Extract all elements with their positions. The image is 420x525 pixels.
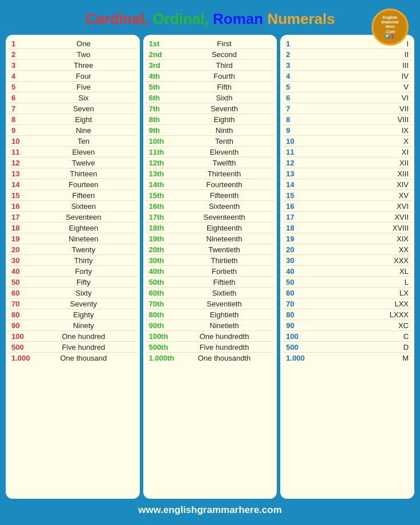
main-content: 1One2Two3Three4Four5Five6Six7Seven8Eight…: [6, 35, 414, 499]
cardinal-number: 19: [11, 235, 33, 243]
title-bar: Cardinal, Ordinal, Roman Numerals Englis…: [6, 6, 414, 35]
roman-numeral: XXX: [383, 256, 409, 265]
cardinal-number: 2: [11, 50, 33, 59]
ordinal-number: 18th: [149, 224, 177, 232]
cardinal-word: Eight: [33, 115, 134, 124]
table-row: 100C: [282, 331, 412, 342]
cardinal-word: Forty: [33, 267, 134, 276]
roman-numeral: VII: [383, 104, 409, 113]
table-row: 30XXX: [282, 255, 412, 266]
cardinal-number: 30: [11, 256, 33, 265]
table-row: 12XII: [282, 158, 412, 168]
roman-number: 60: [286, 289, 308, 297]
ordinal-number: 14th: [149, 180, 177, 189]
ordinal-word: Fifteenth: [177, 191, 272, 200]
ordinal-word: Fourteenth: [177, 180, 272, 189]
roman-number: 13: [286, 169, 308, 178]
table-row: 14thFourteenth: [146, 179, 275, 190]
roman-numeral: IV: [383, 72, 409, 80]
table-row: 11thEleventh: [146, 147, 275, 158]
table-row: 30thThirtieth: [146, 255, 275, 266]
cardinal-number: 18: [11, 224, 33, 232]
ordinal-number: 4th: [149, 72, 177, 80]
roman-numeral: XVIII: [383, 224, 409, 232]
table-row: 2ndSecond: [146, 49, 275, 60]
table-row: 18XVIII: [282, 223, 412, 233]
table-row: 500D: [282, 342, 412, 353]
ordinal-word: First: [177, 39, 272, 48]
cardinal-word: Sixty: [33, 289, 134, 297]
cardinal-word: Seventeen: [33, 213, 134, 221]
ordinal-word: Sixteenth: [177, 202, 272, 211]
roman-numeral: XI: [383, 148, 409, 156]
roman-numeral: C: [383, 332, 409, 341]
table-row: 10X: [282, 136, 412, 147]
roman-number: 500: [286, 343, 308, 352]
table-row: 3Three: [8, 60, 138, 71]
ordinal-number: 40th: [149, 267, 177, 276]
cardinal-number: 1: [11, 39, 33, 48]
cardinal-number: 100: [11, 332, 33, 341]
table-row: 500thFive hundredth: [146, 342, 275, 353]
roman-number: 10: [286, 137, 308, 146]
cardinal-number: 50: [11, 278, 33, 286]
cardinal-number: 14: [11, 180, 33, 189]
table-row: 40thFortieth: [146, 266, 275, 277]
table-row: 1.000M: [282, 353, 412, 363]
ordinal-number: 1st: [149, 39, 177, 48]
roman-numeral: L: [383, 278, 409, 286]
ordinal-word: Seventieth: [177, 300, 272, 308]
table-row: 1One: [8, 38, 138, 49]
footer: www.englishgrammarhere.com: [6, 499, 414, 519]
roman-number: 12: [286, 159, 308, 167]
table-row: 80Eighty: [8, 309, 138, 320]
ordinal-word: One thousandth: [177, 354, 272, 362]
table-row: 20thTwentieth: [146, 244, 275, 255]
roman-numeral: XIV: [383, 180, 409, 189]
roman-numeral: VIII: [383, 115, 409, 124]
cardinal-number: 12: [11, 159, 33, 167]
ordinal-number: 6th: [149, 94, 177, 102]
table-row: 17thSeventeenth: [146, 212, 275, 223]
table-row: 3III: [282, 60, 412, 71]
ordinal-number: 100th: [149, 332, 177, 341]
roman-number: 50: [286, 278, 308, 286]
cardinal-word: One: [33, 39, 134, 48]
table-row: 3rdThird: [146, 60, 275, 71]
roman-panel: 1I2II3III4IV5V6VI7VII8VIII9IX10X11XI12XI…: [280, 35, 414, 499]
roman-numeral: II: [383, 50, 409, 59]
table-row: 2Two: [8, 49, 138, 60]
cardinal-word: Ninety: [33, 321, 134, 330]
ordinal-number: 90th: [149, 321, 177, 330]
roman-number: 3: [286, 61, 308, 70]
ordinal-word: Third: [177, 61, 272, 70]
table-row: 50Fifty: [8, 277, 138, 288]
roman-numeral: III: [383, 61, 409, 70]
cardinal-word: One hundred: [33, 332, 134, 341]
roman-numeral: XC: [383, 321, 409, 330]
table-row: 9Nine: [8, 125, 138, 136]
table-row: 7VII: [282, 103, 412, 114]
roman-numeral: M: [383, 354, 409, 362]
cardinal-word: Nine: [33, 126, 134, 135]
cardinal-word: Twelve: [33, 159, 134, 167]
cardinal-number: 13: [11, 169, 33, 178]
ordinal-number: 2nd: [149, 50, 177, 59]
roman-number: 30: [286, 256, 308, 265]
table-row: 9thNinth: [146, 125, 275, 136]
table-row: 18Eighteen: [8, 223, 138, 233]
cardinal-word: Seven: [33, 104, 134, 113]
table-row: 11XI: [282, 147, 412, 158]
table-row: 15XV: [282, 190, 412, 201]
cardinal-number: 16: [11, 202, 33, 211]
table-row: 70Seventy: [8, 298, 138, 309]
ordinal-word: Sixth: [177, 94, 272, 102]
ordinal-word: Ninth: [177, 126, 272, 135]
ordinal-number: 10th: [149, 137, 177, 146]
table-row: 10Ten: [8, 136, 138, 147]
table-row: 30Thirty: [8, 255, 138, 266]
table-row: 1stFirst: [146, 38, 275, 49]
ordinal-word: Thirtieth: [177, 256, 272, 265]
ordinal-number: 70th: [149, 300, 177, 308]
ordinal-word: Sixtieth: [177, 289, 272, 297]
